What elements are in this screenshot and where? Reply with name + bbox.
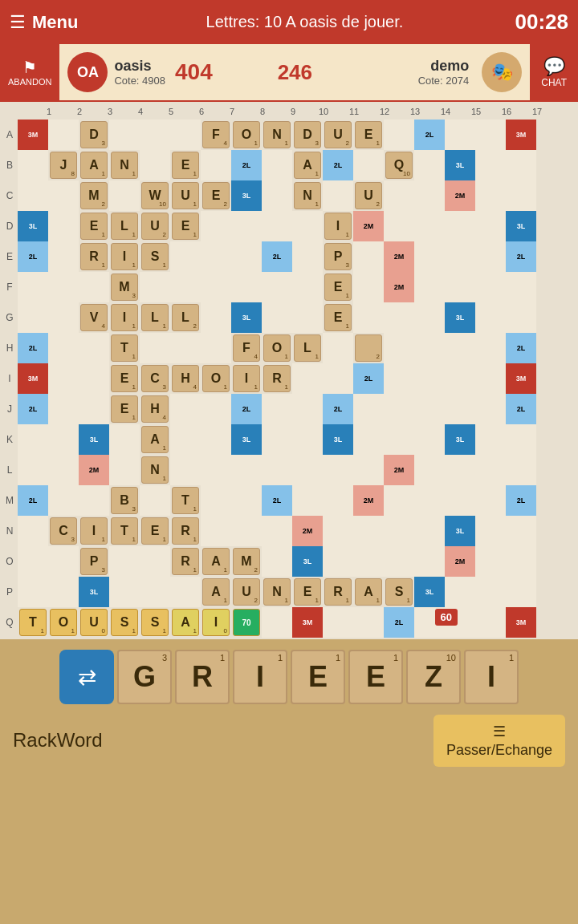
cell-c10[interactable]: N1 xyxy=(292,180,323,211)
cell-d1[interactable]: 3L xyxy=(18,211,48,241)
cell-a6[interactable] xyxy=(170,120,201,150)
cell-q17[interactable]: 3M xyxy=(506,607,536,638)
cell-a5[interactable] xyxy=(140,120,170,150)
cell-k2[interactable] xyxy=(48,424,79,455)
cell-f16[interactable] xyxy=(475,272,506,302)
cell-m12[interactable]: 2M xyxy=(353,485,384,516)
cell-p12[interactable]: A1 xyxy=(353,577,384,607)
cell-a8[interactable]: O1 xyxy=(231,120,262,150)
cell-o10[interactable]: 3L xyxy=(292,546,323,577)
cell-n2[interactable]: C3 xyxy=(48,516,79,546)
cell-f6[interactable] xyxy=(170,272,201,302)
cell-m7[interactable] xyxy=(201,485,231,516)
rack-tile-i2[interactable]: I1 xyxy=(464,650,519,704)
cell-q7[interactable]: I0 xyxy=(201,607,231,638)
cell-j2[interactable] xyxy=(48,394,79,424)
cell-b13[interactable]: Q10 xyxy=(384,150,414,180)
cell-d4[interactable]: L1 xyxy=(109,211,140,241)
rack-tile-e2[interactable]: E1 xyxy=(348,650,403,704)
cell-n11[interactable] xyxy=(323,516,353,546)
cell-p2[interactable] xyxy=(48,577,79,607)
cell-e3[interactable]: R1 xyxy=(79,241,109,272)
cell-p9[interactable]: N1 xyxy=(262,577,292,607)
cell-k1[interactable] xyxy=(18,424,48,455)
cell-i14[interactable] xyxy=(414,363,445,394)
cell-e2[interactable] xyxy=(48,241,79,272)
cell-j13[interactable] xyxy=(384,394,414,424)
cell-d7[interactable] xyxy=(201,211,231,241)
cell-c6[interactable]: U1 xyxy=(170,180,201,211)
cell-d3[interactable]: E1 xyxy=(79,211,109,241)
cell-b3[interactable]: A1 xyxy=(79,150,109,180)
cell-p15[interactable] xyxy=(445,577,475,607)
cell-j9[interactable] xyxy=(262,394,292,424)
cell-b1[interactable] xyxy=(18,150,48,180)
cell-m6[interactable]: T1 xyxy=(170,485,201,516)
cell-n15[interactable]: 3L xyxy=(445,516,475,546)
cell-f4[interactable]: M3 xyxy=(109,272,140,302)
cell-c14[interactable] xyxy=(414,180,445,211)
cell-p14[interactable]: 3L xyxy=(414,577,445,607)
cell-l2[interactable] xyxy=(48,455,79,485)
cell-c11[interactable] xyxy=(323,180,353,211)
cell-i2[interactable] xyxy=(48,363,79,394)
cell-g4[interactable]: I1 xyxy=(109,302,140,333)
cell-m2[interactable] xyxy=(48,485,79,516)
cell-j16[interactable] xyxy=(475,394,506,424)
cell-e4[interactable]: I1 xyxy=(109,241,140,272)
cell-g6[interactable]: L2 xyxy=(170,302,201,333)
cell-h7[interactable] xyxy=(201,333,231,363)
cell-c3[interactable]: M2 xyxy=(79,180,109,211)
cell-p7[interactable]: A1 xyxy=(201,577,231,607)
cell-j10[interactable] xyxy=(292,394,323,424)
cell-q6[interactable]: A1 xyxy=(170,607,201,638)
cell-n8[interactable] xyxy=(231,516,262,546)
cell-e14[interactable] xyxy=(414,241,445,272)
cell-g10[interactable] xyxy=(292,302,323,333)
cell-m10[interactable] xyxy=(292,485,323,516)
cell-q2[interactable]: O1 xyxy=(48,607,79,638)
cell-h14[interactable] xyxy=(414,333,445,363)
cell-j6[interactable] xyxy=(170,394,201,424)
cell-i8[interactable]: I1 xyxy=(231,363,262,394)
cell-q13[interactable]: 2L xyxy=(384,607,414,638)
cell-e12[interactable] xyxy=(353,241,384,272)
cell-n5[interactable]: E1 xyxy=(140,516,170,546)
cell-i7[interactable]: O1 xyxy=(201,363,231,394)
cell-h8[interactable]: F4 xyxy=(231,333,262,363)
cell-h10[interactable]: L1 xyxy=(292,333,323,363)
cell-a10[interactable]: D3 xyxy=(292,120,323,150)
cell-q10[interactable]: 3M xyxy=(292,607,323,638)
cell-h6[interactable] xyxy=(170,333,201,363)
cell-h17[interactable]: 2L xyxy=(506,333,536,363)
cell-f12[interactable] xyxy=(353,272,384,302)
cell-f7[interactable] xyxy=(201,272,231,302)
cell-e11[interactable]: P3 xyxy=(323,241,353,272)
cell-o1[interactable] xyxy=(18,546,48,577)
cell-l7[interactable] xyxy=(201,455,231,485)
cell-f5[interactable] xyxy=(140,272,170,302)
cell-c13[interactable] xyxy=(384,180,414,211)
cell-h13[interactable] xyxy=(384,333,414,363)
cell-o14[interactable] xyxy=(414,546,445,577)
cell-m1[interactable]: 2L xyxy=(18,485,48,516)
cell-d11[interactable]: I1 xyxy=(323,211,353,241)
cell-i13[interactable] xyxy=(384,363,414,394)
cell-g12[interactable] xyxy=(353,302,384,333)
cell-b12[interactable] xyxy=(353,150,384,180)
cell-a11[interactable]: U2 xyxy=(323,120,353,150)
cell-l13[interactable]: 2M xyxy=(384,455,414,485)
cell-o5[interactable] xyxy=(140,546,170,577)
cell-p13[interactable]: S1 xyxy=(384,577,414,607)
cell-e7[interactable] xyxy=(201,241,231,272)
cell-i4[interactable]: E1 xyxy=(109,363,140,394)
cell-n7[interactable] xyxy=(201,516,231,546)
cell-p10[interactable]: E1 xyxy=(292,577,323,607)
cell-c5[interactable]: W10 xyxy=(140,180,170,211)
cell-j8[interactable]: 2L xyxy=(231,394,262,424)
cell-k13[interactable] xyxy=(384,424,414,455)
cell-n10[interactable]: 2M xyxy=(292,516,323,546)
cell-g17[interactable] xyxy=(506,302,536,333)
cell-d15[interactable] xyxy=(445,211,475,241)
cell-l17[interactable] xyxy=(506,455,536,485)
